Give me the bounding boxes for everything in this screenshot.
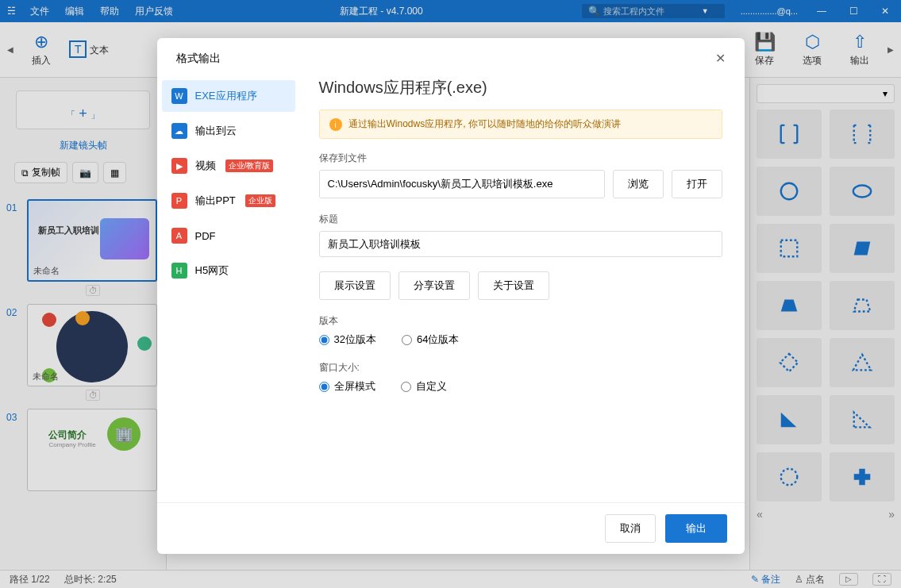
h5-icon: H xyxy=(171,263,187,279)
sidebar-item-h5[interactable]: H H5网页 xyxy=(162,255,295,286)
radio-label: 32位版本 xyxy=(334,332,376,347)
share-settings-button[interactable]: 分享设置 xyxy=(399,271,470,300)
radio-32bit[interactable]: 32位版本 xyxy=(319,332,376,347)
sidebar-item-label: EXE应用程序 xyxy=(195,89,257,103)
browse-button[interactable]: 浏览 xyxy=(613,170,664,198)
display-settings-button[interactable]: 展示设置 xyxy=(319,271,391,300)
modal-overlay: 格式输出 ✕ W EXE应用程序 ☁ 输出到云 ▶ 视频 企业/教育版 xyxy=(0,0,901,588)
radio-label: 全屏模式 xyxy=(334,379,375,394)
sidebar-item-exe[interactable]: W EXE应用程序 xyxy=(162,80,295,112)
export-modal: 格式输出 ✕ W EXE应用程序 ☁ 输出到云 ▶ 视频 企业/教育版 xyxy=(157,38,745,554)
sidebar-item-cloud[interactable]: ☁ 输出到云 xyxy=(162,115,295,147)
cancel-button[interactable]: 取消 xyxy=(605,514,656,543)
radio-custom[interactable]: 自定义 xyxy=(401,379,447,394)
window-size-label: 窗口大小: xyxy=(319,361,722,375)
radio-label: 64位版本 xyxy=(417,332,459,347)
modal-content: Windows应用程序(.exe) i 通过输出Winodws应用程序, 你可以… xyxy=(300,74,745,502)
save-path-label: 保存到文件 xyxy=(319,152,722,165)
info-icon: i xyxy=(329,118,342,131)
radio-fullscreen[interactable]: 全屏模式 xyxy=(319,379,375,394)
export-button[interactable]: 输出 xyxy=(665,514,727,543)
video-icon: ▶ xyxy=(171,158,187,174)
radio-label: 自定义 xyxy=(416,379,447,394)
sidebar-item-tag: 企业版 xyxy=(245,194,275,207)
exe-icon: W xyxy=(171,88,187,104)
sidebar-item-ppt[interactable]: P 输出PPT 企业版 xyxy=(162,185,295,217)
info-text: 通过输出Winodws应用程序, 你可以随时随地的给你的听众做演讲 xyxy=(348,117,621,131)
save-path-input[interactable] xyxy=(319,170,605,198)
title-field-label: 标题 xyxy=(319,213,722,226)
about-settings-button[interactable]: 关于设置 xyxy=(478,271,549,300)
content-title: Windows应用程序(.exe) xyxy=(319,77,722,98)
radio-64bit[interactable]: 64位版本 xyxy=(402,332,459,347)
version-label: 版本 xyxy=(319,314,722,328)
sidebar-item-tag: 企业/教育版 xyxy=(225,159,274,172)
info-banner: i 通过输出Winodws应用程序, 你可以随时随地的给你的听众做演讲 xyxy=(319,110,722,139)
sidebar-item-label: PDF xyxy=(195,230,216,242)
sidebar-item-label: 视频 xyxy=(195,159,216,173)
sidebar-item-label: 输出PPT xyxy=(195,194,236,208)
modal-sidebar: W EXE应用程序 ☁ 输出到云 ▶ 视频 企业/教育版 P 输出PPT 企业版 xyxy=(157,74,300,502)
modal-close-button[interactable]: ✕ xyxy=(715,51,726,66)
ppt-icon: P xyxy=(171,193,187,209)
title-input[interactable] xyxy=(319,231,722,257)
sidebar-item-label: H5网页 xyxy=(195,263,229,278)
pdf-icon: A xyxy=(171,228,187,244)
modal-title: 格式输出 xyxy=(176,52,221,66)
open-button[interactable]: 打开 xyxy=(672,170,722,198)
sidebar-item-pdf[interactable]: A PDF xyxy=(162,220,295,252)
sidebar-item-label: 输出到云 xyxy=(195,124,237,138)
cloud-icon: ☁ xyxy=(171,123,187,139)
sidebar-item-video[interactable]: ▶ 视频 企业/教育版 xyxy=(162,150,295,182)
